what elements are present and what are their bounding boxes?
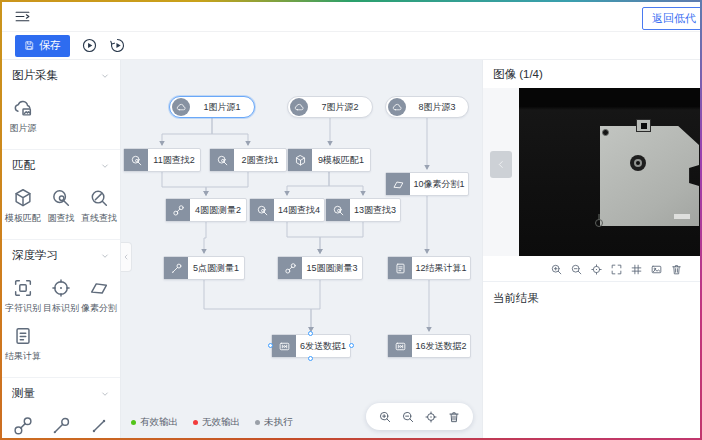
segment-icon — [88, 277, 110, 299]
flow-node-15[interactable]: 15圆圆测量3 — [277, 256, 363, 280]
flow-node-12[interactable]: 12结果计算1 — [387, 256, 471, 280]
flow-node-7[interactable]: 7图片源2 — [287, 96, 373, 118]
connection-handle-left[interactable] — [268, 343, 273, 348]
zoom-in-icon[interactable] — [378, 410, 392, 424]
flow-node-label: 9模板匹配1 — [312, 149, 370, 171]
connection-handle-bottom[interactable] — [308, 356, 313, 361]
flow-node-label: 6发送数据1 — [296, 335, 350, 357]
preview-image[interactable] — [519, 88, 700, 256]
flow-node-label: 1图片源1 — [190, 101, 254, 114]
cube-icon — [12, 187, 34, 209]
circle-search-icon — [326, 199, 350, 221]
sidebar-item-目标识别[interactable]: 目标识别 — [42, 271, 80, 319]
cube-icon — [288, 149, 312, 171]
topbar: 返回低代 — [2, 2, 700, 32]
target-icon — [50, 277, 72, 299]
flow-edge-15-6 — [311, 280, 320, 331]
snapshot-icon[interactable] — [650, 262, 663, 275]
sidebar-section-title[interactable]: 匹配 — [2, 150, 120, 177]
plate-label — [674, 214, 690, 219]
legend-item: 有效输出 — [131, 416, 178, 429]
result-doc-icon — [388, 257, 412, 279]
step-run-button[interactable] — [109, 37, 126, 54]
sidebar-collapse-handle[interactable] — [121, 242, 132, 272]
flow-node-16[interactable]: 16发送数据2 — [387, 334, 471, 358]
sidebar-item-点圆测量[interactable]: 点圆测量 — [42, 409, 80, 438]
flow-node-1[interactable]: 1图片源1 — [169, 96, 255, 118]
locate-icon[interactable] — [590, 262, 603, 275]
plate-top-tab — [636, 119, 651, 132]
sidebar-item-圆圆测量[interactable]: 圆圆测量 — [4, 409, 42, 438]
flow-node-6[interactable]: 6发送数据1 — [271, 334, 351, 358]
zoom-out-icon[interactable] — [401, 410, 415, 424]
sidebar-section-title[interactable]: 测量 — [2, 378, 120, 405]
circle-circle-measure-icon — [278, 257, 302, 279]
flow-canvas[interactable]: 1图片源17图片源28图片源311圆查找22圆查找19模板匹配110像素分割14… — [121, 60, 482, 438]
prev-image-button[interactable] — [490, 151, 512, 178]
sidebar-item-像素分割[interactable]: 像素分割 — [80, 271, 118, 319]
circle-search-icon — [124, 149, 148, 171]
locate-icon[interactable] — [424, 410, 438, 424]
sidebar-item-直线查找[interactable]: 直线查找 — [80, 181, 118, 229]
metal-plate — [600, 126, 699, 226]
flow-node-4[interactable]: 4圆圆测量2 — [165, 198, 247, 222]
legend-item: 未执行 — [255, 416, 293, 429]
flow-node-2[interactable]: 2圆查找1 — [209, 148, 287, 172]
sidebar-item-结果计算[interactable]: 结果计算 — [4, 319, 42, 367]
flow-node-label: 15圆圆测量3 — [302, 257, 362, 279]
flow-node-label: 13圆查找3 — [350, 199, 400, 221]
sidebar-item-圆查找[interactable]: 圆查找 — [42, 181, 80, 229]
flow-edge-2-4 — [206, 172, 248, 195]
back-to-lowcode-button[interactable]: 返回低代 — [642, 7, 700, 30]
result-doc-icon — [12, 325, 34, 347]
run-button[interactable] — [81, 37, 98, 54]
flow-edge-1-2 — [212, 118, 248, 145]
flow-node-10[interactable]: 10像素分割1 — [385, 172, 469, 196]
flow-node-9[interactable]: 9模板匹配1 — [287, 148, 371, 172]
zoom-out-icon[interactable] — [570, 262, 583, 275]
flow-edge-11-4 — [162, 172, 206, 195]
fullscreen-icon[interactable] — [610, 262, 623, 275]
sidebar-item-图片源[interactable]: 图片源 — [4, 91, 42, 139]
zoom-in-icon[interactable] — [550, 262, 563, 275]
save-button[interactable]: 保存 — [15, 35, 70, 57]
circle-search-icon — [250, 199, 274, 221]
image-nav-strip — [483, 88, 519, 256]
image-viewer — [483, 88, 700, 256]
screenshot-frame: 返回低代 保存 图片采集图片源匹配模板匹配圆查找 — [0, 0, 702, 440]
flow-node-14[interactable]: 14圆查找4 — [249, 198, 325, 222]
line-search-icon — [88, 187, 110, 209]
run-toolbar: 保存 — [2, 32, 700, 60]
sidebar-section-0: 图片采集图片源 — [2, 60, 120, 150]
sidebar-item-点点测量[interactable]: 点点测量 — [80, 409, 118, 438]
flow-edge-4-5 — [204, 222, 206, 253]
delete-icon[interactable] — [447, 410, 461, 424]
sidebar-item-模板匹配[interactable]: 模板匹配 — [4, 181, 42, 229]
delete-icon[interactable] — [670, 262, 683, 275]
hamburger-menu-icon[interactable] — [14, 8, 31, 25]
connection-handle-top[interactable] — [308, 331, 313, 336]
sidebar-section-title[interactable]: 深度学习 — [2, 240, 120, 267]
sidebar-item-字符识别[interactable]: 字符识别 — [4, 271, 42, 319]
result-panel-body — [483, 315, 700, 438]
flow-node-8[interactable]: 8图片源3 — [385, 96, 469, 118]
cloud-icon — [290, 98, 308, 116]
flow-node-5[interactable]: 5点圆测量1 — [163, 256, 245, 280]
grid-icon[interactable] — [630, 262, 643, 275]
sidebar-section-title[interactable]: 图片采集 — [2, 60, 120, 87]
chevron-down-icon — [100, 161, 110, 171]
chevron-down-icon — [100, 389, 110, 399]
save-button-label: 保存 — [39, 38, 61, 53]
result-panel-title: 当前结果 — [483, 282, 700, 315]
flow-node-label: 12结果计算1 — [412, 257, 470, 279]
flow-node-label: 4圆圆测量2 — [190, 199, 246, 221]
chevron-down-icon — [100, 251, 110, 261]
sidebar-section-2: 深度学习字符识别目标识别像素分割结果计算 — [2, 240, 120, 378]
flow-node-11[interactable]: 11圆查找2 — [123, 148, 201, 172]
flow-edge-9-13 — [329, 172, 363, 195]
image-panel-title: 图像 (1/4) — [483, 60, 700, 88]
cloud-image-icon — [12, 97, 34, 119]
flow-node-13[interactable]: 13圆查找3 — [325, 198, 401, 222]
connection-handle-right[interactable] — [349, 343, 354, 348]
flow-edge-13-15 — [320, 222, 363, 253]
